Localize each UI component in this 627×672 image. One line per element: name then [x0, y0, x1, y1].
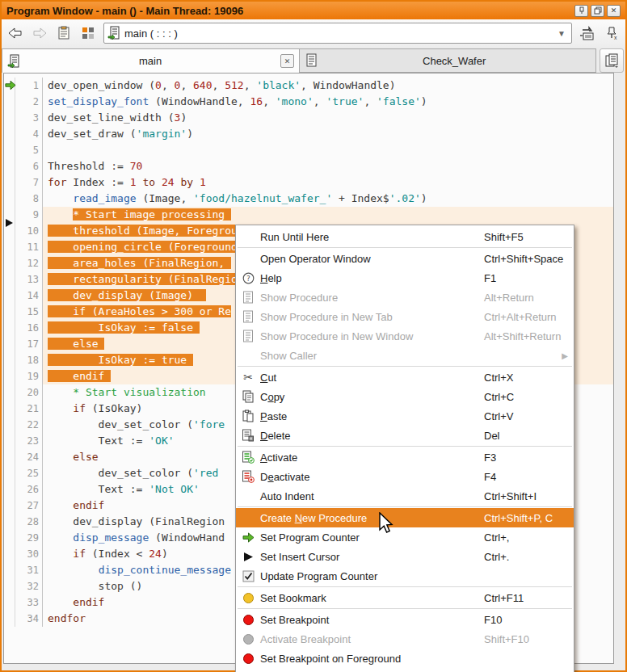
menu-item-paste[interactable]: PasteCtrl+V	[236, 406, 574, 426]
breakpoint-margin[interactable]	[4, 449, 15, 465]
breakpoint-margin[interactable]	[4, 594, 15, 611]
breakpoint-margin[interactable]	[4, 320, 15, 336]
close-window-button[interactable]: ✕	[607, 5, 621, 17]
breakpoint-margin[interactable]	[4, 126, 15, 142]
menu-item-set-bookmark[interactable]: Set BookmarkCtrl+F11	[236, 588, 574, 607]
code-text[interactable]: read_image (Image, 'food/hazelnut_wafer_…	[43, 191, 613, 207]
jump-to-operator-button[interactable]	[579, 24, 596, 42]
code-segment: read_image	[73, 192, 136, 204]
breakpoint-margin[interactable]	[4, 384, 15, 401]
breakpoint-margin[interactable]	[4, 481, 15, 498]
line-number: 3	[15, 110, 43, 126]
breakpoint-disabled-icon	[236, 633, 260, 645]
code-segment: (WindowHand	[149, 531, 225, 544]
line-number: 27	[15, 498, 43, 514]
code-text[interactable]: set_display_font (WindowHandle, 16, 'mon…	[43, 94, 613, 110]
code-line-3[interactable]: 3dev_set_line_width (3)	[4, 110, 613, 126]
code-line-5[interactable]: 5	[4, 142, 613, 158]
menu-item-deactivate[interactable]: DeactivateF4	[236, 467, 574, 486]
menu-item-activate[interactable]: ActivateF3	[236, 447, 574, 467]
tab-list-icon	[604, 52, 620, 69]
forward-button[interactable]	[31, 24, 48, 42]
help-icon: ?	[236, 272, 260, 284]
breakpoint-margin[interactable]	[4, 94, 15, 110]
breakpoint-margin[interactable]	[4, 142, 15, 158]
breakpoint-margin[interactable]	[4, 498, 15, 514]
menu-item-help[interactable]: ?HelpF1	[236, 268, 574, 288]
back-button[interactable]	[6, 24, 24, 42]
code-text[interactable]	[43, 142, 613, 158]
breakpoint-margin[interactable]	[4, 417, 15, 433]
code-line-4[interactable]: 4dev_set_draw ('margin')	[4, 126, 613, 142]
line-number: 17	[15, 336, 43, 352]
unpin-button[interactable]: x	[603, 24, 621, 42]
pin-window-button[interactable]	[574, 5, 588, 17]
code-line-6[interactable]: 6Threshold := 70	[4, 158, 613, 174]
breakpoint-margin[interactable]	[4, 401, 15, 417]
menu-item-delete[interactable]: DeleteDel	[236, 426, 574, 445]
program-clipboard-button[interactable]	[55, 24, 73, 42]
breakpoint-margin[interactable]	[4, 110, 15, 126]
breakpoint-margin[interactable]	[4, 271, 15, 288]
code-line-1[interactable]: 1dev_open_window (0, 0, 640, 512, 'black…	[4, 78, 613, 94]
restore-window-button[interactable]	[591, 5, 604, 17]
breakpoint-margin[interactable]	[4, 611, 15, 627]
code-text[interactable]: * Start image processing	[43, 207, 613, 223]
menu-item-set-program-counter[interactable]: Set Program CounterCtrl+,	[236, 527, 574, 547]
code-segment: 0	[155, 79, 162, 91]
tab-close-button[interactable]: ✕	[280, 54, 294, 68]
code-text[interactable]: Threshold := 70	[43, 158, 613, 174]
menu-item-set-breakpoint-on-foreground[interactable]: Set Breakpoint on Foreground	[236, 649, 574, 668]
breakpoint-margin[interactable]	[4, 304, 15, 320]
breakpoint-margin[interactable]	[4, 433, 15, 449]
tab-label: Check_Wafer	[318, 55, 591, 67]
code-segment	[48, 499, 73, 511]
code-text[interactable]: dev_set_draw ('margin')	[43, 126, 613, 142]
code-segment	[48, 564, 99, 576]
breakpoint-margin[interactable]	[4, 288, 15, 304]
menu-item-label: Set Bookmark	[260, 592, 326, 604]
tab-check-wafer[interactable]: Check_Wafer	[300, 48, 596, 73]
menu-item-open-operator-window[interactable]: Open Operator WindowCtrl+Shift+Space	[236, 249, 574, 268]
breakpoint-margin[interactable]	[4, 530, 15, 546]
menu-item-set-breakpoint[interactable]: Set BreakpointF10	[236, 610, 574, 629]
code-text[interactable]: dev_open_window (0, 0, 640, 512, 'black'…	[43, 78, 613, 94]
menu-item-run-until-here[interactable]: Run Until HereShift+F5	[236, 227, 574, 246]
code-line-8[interactable]: 8 read_image (Image, 'food/hazelnut_wafe…	[4, 191, 613, 207]
breakpoint-margin[interactable]	[4, 352, 15, 368]
code-line-7[interactable]: 7for Index := 1 to 24 by 1	[4, 174, 613, 191]
tab-list-button[interactable]	[600, 48, 624, 73]
grid-button[interactable]	[79, 24, 97, 42]
breakpoint-margin[interactable]	[4, 255, 15, 271]
line-number: 32	[15, 578, 43, 594]
breakpoint-margin[interactable]	[4, 562, 15, 578]
breakpoint-margin[interactable]	[4, 191, 15, 207]
breakpoint-margin[interactable]	[4, 368, 15, 384]
breakpoint-margin[interactable]	[4, 514, 15, 530]
code-text[interactable]: dev_set_line_width (3)	[43, 110, 613, 126]
menu-item-auto-indent[interactable]: Auto IndentCtrl+Shift+I	[236, 486, 574, 506]
menu-item-create-new-procedure[interactable]: Create New ProcedureCtrl+Shift+P, C	[236, 508, 574, 527]
procedure-combobox[interactable]: main ( : : : ) ▼	[103, 23, 572, 44]
breakpoint-margin[interactable]	[4, 578, 15, 594]
menu-item-copy[interactable]: CopyCtrl+C	[236, 387, 574, 406]
menu-item-cut[interactable]: ✂CutCtrl+X	[236, 368, 574, 387]
code-line-2[interactable]: 2set_display_font (WindowHandle, 16, 'mo…	[4, 94, 613, 110]
code-text[interactable]: for Index := 1 to 24 by 1	[43, 174, 613, 191]
menu-item-update-program-counter[interactable]: Update Program Counter	[236, 566, 574, 586]
chevron-down-icon[interactable]: ▼	[555, 29, 568, 38]
breakpoint-margin[interactable]	[4, 239, 15, 255]
code-line-9[interactable]: 9 * Start image processing	[4, 207, 613, 223]
breakpoint-margin[interactable]	[4, 465, 15, 481]
code-segment: )	[180, 111, 187, 124]
breakpoint-margin[interactable]	[4, 174, 15, 191]
menu-item-set-insert-cursor[interactable]: Set Insert CursorCtrl+.	[236, 547, 574, 566]
line-number: 14	[15, 288, 43, 304]
procedure-doc-icon	[236, 330, 260, 342]
code-segment: 'fore	[193, 418, 225, 430]
tab-main[interactable]: main ✕	[2, 48, 300, 73]
breakpoint-margin[interactable]	[4, 546, 15, 562]
code-segment	[48, 451, 73, 463]
breakpoint-margin[interactable]	[4, 336, 15, 352]
breakpoint-margin[interactable]	[4, 158, 15, 174]
